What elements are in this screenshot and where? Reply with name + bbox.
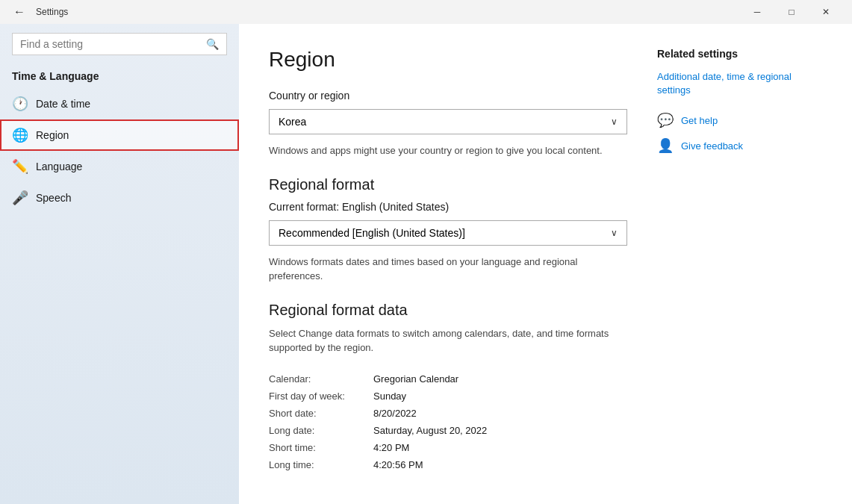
table-row: Short date:8/20/2022: [269, 408, 627, 419]
related-settings-title: Related settings: [657, 48, 806, 60]
give-feedback-item[interactable]: 👤 Give feedback: [657, 137, 806, 154]
country-dropdown[interactable]: Korea ∨: [269, 109, 627, 134]
table-row: Long date:Saturday, August 20, 2022: [269, 425, 627, 436]
additional-date-time-link[interactable]: Additional date, time & regional setting…: [657, 70, 806, 97]
regional-format-dropdown[interactable]: Recommended [English (United States)] ∨: [269, 220, 627, 246]
format-data-description: Select Change data formats to switch amo…: [269, 326, 627, 355]
row-label: Calendar:: [269, 373, 373, 385]
search-icon: 🔍: [206, 38, 219, 50]
regional-format-heading: Regional format: [269, 176, 627, 193]
format-data-table: Calendar:Gregorian CalendarFirst day of …: [269, 373, 627, 470]
search-input[interactable]: [20, 38, 206, 50]
current-format-label: Current format: English (United States): [269, 201, 627, 213]
country-label: Country or region: [269, 90, 627, 102]
titlebar: ← Settings ─ □ ✕: [0, 0, 852, 24]
content-main: Region Country or region Korea ∨ Windows…: [269, 48, 627, 480]
table-row: Short time:4:20 PM: [269, 442, 627, 453]
search-box[interactable]: 🔍: [12, 33, 227, 55]
table-row: Long time:4:20:56 PM: [269, 459, 627, 470]
table-row: Calendar:Gregorian Calendar: [269, 373, 627, 385]
content-area: Region Country or region Korea ∨ Windows…: [239, 24, 852, 504]
row-value: Sunday: [373, 391, 406, 402]
regional-format-description: Windows formats dates and times based on…: [269, 255, 627, 284]
region-icon: 🌐: [12, 127, 27, 143]
country-description: Windows and apps might use your country …: [269, 143, 627, 158]
row-value: 8/20/2022: [373, 408, 417, 419]
row-value: 4:20:56 PM: [373, 459, 423, 470]
regional-format-selected: Recommended [English (United States)]: [279, 227, 465, 239]
page-title: Region: [269, 48, 627, 72]
give-feedback-label: Give feedback: [681, 140, 743, 152]
country-selected: Korea: [279, 116, 306, 128]
content-sidebar: Related settings Additional date, time &…: [657, 48, 806, 480]
row-value: 4:20 PM: [373, 442, 409, 453]
sidebar-item-region[interactable]: 🌐 Region: [0, 119, 239, 151]
row-label: Short time:: [269, 442, 373, 453]
back-icon: ←: [13, 5, 25, 19]
minimize-button[interactable]: ─: [740, 0, 774, 24]
give-feedback-icon: 👤: [657, 137, 674, 154]
speech-icon: 🎤: [12, 190, 27, 206]
sidebar: 🔍 Time & Language 🕐 Date & time 🌐 Region…: [0, 24, 239, 504]
main-layout: 🔍 Time & Language 🕐 Date & time 🌐 Region…: [0, 24, 852, 504]
row-value: Saturday, August 20, 2022: [373, 425, 487, 436]
window-controls: ─ □ ✕: [740, 0, 843, 24]
maximize-button[interactable]: □: [774, 0, 809, 24]
get-help-label: Get help: [681, 115, 718, 126]
minimize-icon: ─: [754, 7, 761, 17]
maximize-icon: □: [789, 7, 794, 17]
row-label: First day of week:: [269, 391, 373, 402]
sidebar-item-language[interactable]: ✏️ Language: [0, 151, 239, 182]
close-icon: ✕: [822, 7, 830, 17]
sidebar-item-label-region: Region: [36, 129, 69, 141]
sidebar-item-speech[interactable]: 🎤 Speech: [0, 182, 239, 214]
sidebar-item-label-date-time: Date & time: [36, 98, 90, 110]
row-label: Short date:: [269, 408, 373, 419]
close-button[interactable]: ✕: [809, 0, 843, 24]
regional-format-dropdown-arrow: ∨: [611, 228, 618, 238]
row-label: Long date:: [269, 425, 373, 436]
sidebar-item-label-language: Language: [36, 161, 82, 172]
sidebar-item-label-speech: Speech: [36, 192, 71, 204]
get-help-icon: 💬: [657, 112, 674, 128]
titlebar-title: Settings: [36, 7, 68, 17]
sidebar-section-title: Time & Language: [0, 67, 239, 88]
sidebar-item-date-time[interactable]: 🕐 Date & time: [0, 88, 239, 119]
country-dropdown-arrow: ∨: [611, 116, 618, 127]
format-data-heading: Regional format data: [269, 302, 627, 319]
get-help-item[interactable]: 💬 Get help: [657, 112, 806, 128]
table-row: First day of week:Sunday: [269, 391, 627, 402]
back-button[interactable]: ←: [9, 1, 30, 22]
row-value: Gregorian Calendar: [373, 373, 458, 385]
date-time-icon: 🕐: [12, 96, 27, 112]
row-label: Long time:: [269, 459, 373, 470]
language-icon: ✏️: [12, 158, 27, 175]
